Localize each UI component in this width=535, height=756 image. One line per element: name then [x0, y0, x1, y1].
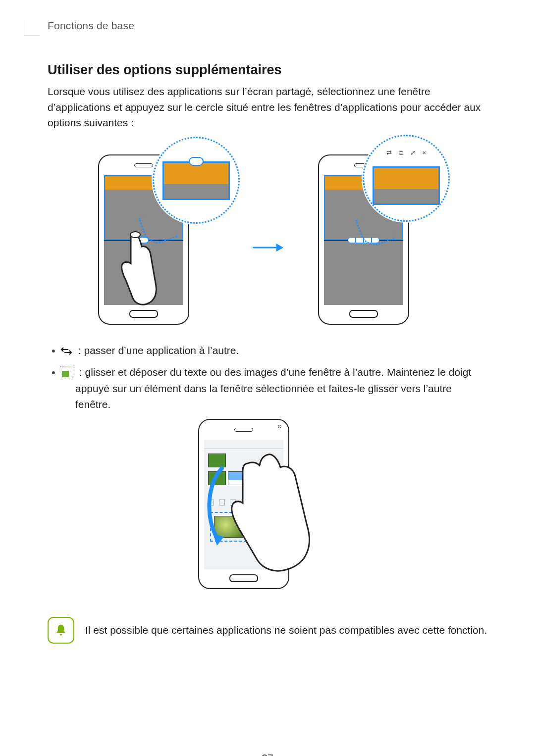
splitscreen-bottom — [104, 240, 183, 305]
zoom-top-pane — [162, 161, 230, 200]
swap-icon — [60, 345, 72, 356]
note-bell-icon — [48, 617, 74, 644]
running-header: Fonctions de base — [48, 20, 487, 32]
manual-page: Fonctions de base Utiliser des options s… — [0, 20, 535, 756]
zoom-top-pane — [373, 166, 440, 205]
close-icon: × — [423, 149, 427, 157]
expand-icon: ⤢ — [410, 149, 416, 157]
phone-after-wrapper: ⇄ ⧉ ⤢ × — [313, 140, 442, 328]
section-title: Utiliser des options supplémentaires — [48, 62, 487, 78]
phone-home-button — [129, 310, 158, 318]
option-text: : glisser et déposer du texte ou des ima… — [75, 366, 471, 410]
tool-icon — [241, 500, 247, 505]
option-text: : passer d’une application à l’autre. — [78, 345, 239, 356]
corner-rule — [24, 20, 26, 36]
swap-icon: ⇄ — [386, 149, 392, 157]
note-block: Il est possible que certaines applicatio… — [48, 617, 487, 644]
gallery-header — [204, 440, 283, 449]
section-lead: Lorsque vous utilisez des applications s… — [48, 84, 487, 131]
splitscreen-bottom — [324, 240, 403, 305]
svg-marker-3 — [213, 534, 224, 546]
figure-split-options: ⇄ ⧉ ⤢ × — [48, 140, 487, 328]
option-swap: : passer d’une application à l’autre. — [58, 343, 487, 359]
dragdrop-icon — [60, 366, 73, 378]
option-dragdrop: : glisser et déposer du texte ou des ima… — [58, 364, 487, 413]
svg-marker-2 — [276, 244, 283, 252]
zoom-options-icons: ⇄ ⧉ ⤢ × — [364, 149, 448, 157]
zoom-orange-bar — [164, 163, 228, 184]
zoom-handle — [189, 157, 204, 166]
phone-home-button — [349, 310, 378, 318]
drag-arrow-icon — [202, 463, 232, 550]
phone-speaker — [234, 428, 253, 432]
figure-dragdrop — [48, 419, 487, 597]
options-list: : passer d’une application à l’autre. : … — [48, 343, 487, 413]
page-number: 37 — [0, 752, 535, 756]
transition-arrow-icon — [252, 242, 283, 255]
phone-before-wrapper — [93, 140, 222, 328]
zoom-orange-bar — [374, 168, 438, 189]
dragdrop-icon: ⧉ — [399, 149, 403, 157]
phone-speaker — [134, 163, 153, 167]
note-text: Il est possible que certaines applicatio… — [85, 622, 487, 638]
phone-home-button — [229, 574, 258, 582]
zoom-bubble-after: ⇄ ⧉ ⤢ × — [363, 135, 450, 222]
phone-camera — [278, 425, 281, 428]
option-seg — [348, 237, 356, 243]
